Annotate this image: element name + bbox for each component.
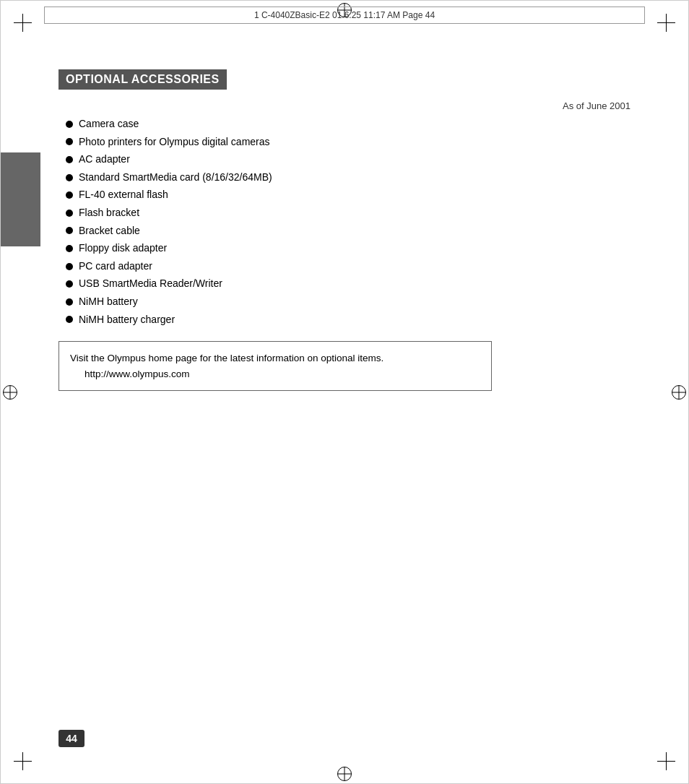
section-title: OPTIONAL ACCESSORIES bbox=[58, 69, 227, 90]
list-item-text: Standard SmartMedia card (8/16/32/64MB) bbox=[79, 171, 272, 185]
list-item-text: PC card adapter bbox=[79, 259, 152, 274]
list-item: Floppy disk adapter bbox=[66, 241, 630, 256]
list-item-text: Floppy disk adapter bbox=[79, 241, 167, 256]
list-item-text: USB SmartMedia Reader/Writer bbox=[79, 277, 222, 291]
bullet-dot bbox=[66, 280, 73, 288]
date-line: As of June 2001 bbox=[58, 100, 630, 111]
page-container: 1 C-4040ZBasic-E2 01.6.25 11:17 AM Page … bbox=[0, 0, 689, 784]
list-item: Camera case bbox=[66, 117, 630, 132]
reg-circle-left bbox=[3, 385, 17, 400]
crop-mark-tr-v bbox=[666, 14, 667, 32]
bullet-dot bbox=[66, 245, 73, 252]
list-item-text: Camera case bbox=[79, 117, 139, 132]
bullet-dot bbox=[66, 156, 73, 163]
list-item-text: NiMH battery charger bbox=[79, 313, 175, 327]
bullet-dot bbox=[66, 121, 73, 128]
list-item: Photo printers for Olympus digital camer… bbox=[66, 135, 630, 150]
bullet-dot bbox=[66, 316, 73, 323]
info-line2: http://www.olympus.com bbox=[84, 366, 480, 382]
info-box: Visit the Olympus home page for the late… bbox=[58, 341, 492, 391]
list-item: NiMH battery bbox=[66, 295, 630, 309]
list-item: FL-40 external flash bbox=[66, 188, 630, 202]
list-item: USB SmartMedia Reader/Writer bbox=[66, 277, 630, 291]
bullet-dot bbox=[66, 227, 73, 234]
list-item: Bracket cable bbox=[66, 224, 630, 238]
bullet-dot bbox=[66, 138, 73, 145]
bullet-dot bbox=[66, 263, 73, 270]
list-item-text: FL-40 external flash bbox=[79, 188, 168, 202]
list-item-text: Bracket cable bbox=[79, 224, 140, 238]
bullet-list: Camera case Photo printers for Olympus d… bbox=[66, 117, 630, 327]
header-text: 1 C-4040ZBasic-E2 01.6.25 11:17 AM Page … bbox=[254, 10, 435, 20]
list-item-text: AC adapter bbox=[79, 152, 130, 167]
page-number: 44 bbox=[58, 730, 84, 747]
list-item: AC adapter bbox=[66, 152, 630, 167]
list-item-text: NiMH battery bbox=[79, 295, 138, 309]
list-item-text: Flash bracket bbox=[79, 206, 139, 220]
crop-mark-br-v bbox=[666, 752, 667, 770]
bullet-dot bbox=[66, 210, 73, 217]
info-line1: Visit the Olympus home page for the late… bbox=[70, 350, 480, 366]
list-item: Flash bracket bbox=[66, 206, 630, 220]
list-item: NiMH battery charger bbox=[66, 313, 630, 327]
main-content: OPTIONAL ACCESSORIES As of June 2001 Cam… bbox=[58, 69, 630, 391]
list-item-text: Photo printers for Olympus digital camer… bbox=[79, 135, 270, 150]
bullet-dot bbox=[66, 191, 73, 199]
crop-mark-bl-v bbox=[22, 752, 23, 770]
list-item: Standard SmartMedia card (8/16/32/64MB) bbox=[66, 171, 630, 185]
header-strip: 1 C-4040ZBasic-E2 01.6.25 11:17 AM Page … bbox=[44, 7, 645, 24]
list-item: PC card adapter bbox=[66, 259, 630, 274]
bullet-dot bbox=[66, 298, 73, 306]
reg-circle-bottom bbox=[337, 767, 352, 781]
side-tab bbox=[1, 152, 40, 246]
crop-mark-tl-v bbox=[22, 14, 23, 32]
reg-circle-right bbox=[672, 385, 686, 400]
bullet-dot bbox=[66, 174, 73, 181]
